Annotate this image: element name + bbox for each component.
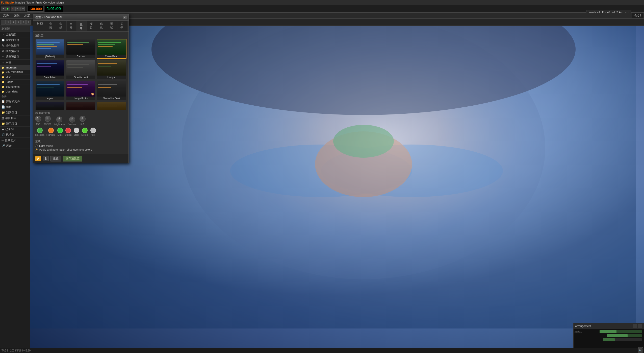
theme-cleanbean[interactable]: Clean Bean [97, 39, 126, 59]
sidebar-item-clipboard[interactable]: 📋 剪贴板文件 [0, 99, 30, 104]
arrangement-block3[interactable] [603, 338, 642, 341]
swatch-selection[interactable] [37, 128, 43, 133]
tab-debug[interactable]: 调试 [107, 21, 117, 31]
tool-btn-4[interactable]: ⊗ [16, 20, 21, 25]
tab-project[interactable]: 项目 [87, 21, 97, 31]
sidebar-item-audio-clips[interactable]: ✂ 音频切片 [0, 138, 30, 143]
voice-icon: 🎤 [2, 144, 5, 148]
sidebar-item-scores[interactable]: ♫ 乐谱 [0, 60, 30, 65]
sidebar-item-current-project[interactable]: ♪ 当前项目 [0, 32, 30, 37]
sidebar-item-recorded[interactable]: ⏺ 已录制 [0, 127, 30, 132]
play-button[interactable]: ▶ [6, 7, 10, 11]
theme-carbon[interactable]: Carbon [66, 39, 96, 59]
swatch-text[interactable] [90, 128, 96, 133]
swatch-steps[interactable] [74, 128, 79, 133]
radio-light-mode: Light mode [35, 144, 126, 147]
sidebar-item-label: Misc [6, 76, 11, 79]
arrangement-block2[interactable] [607, 334, 642, 337]
theme-more3[interactable]: ... [97, 102, 126, 110]
theme-default[interactable]: (Default) [35, 39, 65, 59]
preset-a-button[interactable]: A [35, 156, 41, 161]
radio-light-mode-label: Light mode [39, 144, 53, 147]
preview-bar [98, 84, 117, 85]
tab-file[interactable]: 文件 [67, 21, 77, 31]
tab-general[interactable]: 常规 [56, 21, 66, 31]
menu-file[interactable]: 文件 [1, 13, 11, 18]
theme-neutralizedark[interactable]: Neutralize Dark [97, 81, 126, 101]
tool-btn-3[interactable]: ⊕ [11, 20, 16, 25]
arrangement-zoom-out[interactable]: - [638, 324, 642, 328]
sidebar-item-voice[interactable]: 🎤 语音 [0, 143, 30, 149]
left-sidebar: 浏览器 ♪ 当前项目 🕐 最近的文件 🔌 插件数据库 ⚙ 插件预设值 ≡ 通道预… [0, 26, 30, 353]
knob-color[interactable] [34, 115, 42, 123]
plugin-presets-icon: ⚙ [2, 50, 5, 53]
sidebar-item-demo[interactable]: 📁 演示项目 [0, 121, 30, 127]
theme-more2[interactable]: ... [66, 102, 96, 110]
recent-files-icon: 🕐 [2, 39, 5, 42]
arrangement-block1[interactable] [600, 330, 642, 333]
menu-add[interactable]: 添加 [22, 13, 32, 18]
sidebar-item-kim-testing[interactable]: 📁 KIM TESTING [0, 70, 30, 75]
dialog-tabs: MIDI 音频 常规 文件 主题 项目 信息 调试 关于 [33, 21, 128, 32]
sidebar-item-label: 剪贴板文件 [6, 100, 20, 103]
bpm-display[interactable]: 130.000 [27, 6, 44, 12]
save-preset-button[interactable]: 保存预设值 [63, 156, 82, 161]
theme-grid: (Default) Carbon [35, 39, 126, 110]
knob-contrast[interactable] [69, 116, 75, 123]
dialog-close-button[interactable]: ✕ [123, 16, 126, 19]
title-bar: FL Studio Impulse files for Fruity Convo… [0, 0, 644, 5]
swatch-highlight[interactable] [48, 128, 54, 133]
tool-btn-6[interactable]: ⟳ [26, 20, 31, 25]
tab-midi[interactable]: MIDI [34, 21, 46, 31]
sidebar-item-my-projects[interactable]: 📁 我的项目 [0, 110, 30, 115]
sidebar-item-label: 演示项目 [6, 122, 17, 126]
sidebar-item-misc[interactable]: 📁 Misc [0, 75, 30, 80]
theme-darkprism[interactable]: Dark Prism [35, 60, 65, 80]
sidebar-item-soundfonts[interactable]: 📁 Soundfonts [0, 84, 30, 89]
sidebar-item-templates[interactable]: 📄 模板 [0, 104, 30, 110]
status-search-button[interactable]: 🔍 [638, 348, 642, 353]
knob-saturation[interactable] [44, 115, 51, 122]
tool-btn-2[interactable]: ✎ [6, 20, 11, 25]
stop-button[interactable]: ■ [1, 7, 6, 11]
tab-audio[interactable]: 音频 [46, 21, 56, 31]
sidebar-item-label: 当前项目 [6, 33, 17, 36]
theme-legend[interactable]: Legend [35, 81, 65, 101]
swatch-option[interactable] [65, 128, 71, 133]
preset-b-button[interactable]: B [43, 156, 49, 161]
record-button[interactable]: ● [11, 7, 15, 11]
song-button[interactable]: SONG [20, 7, 25, 11]
sidebar-item-label: 插件预设值 [6, 49, 19, 53]
tab-info[interactable]: 信息 [97, 21, 107, 31]
swatch-mute[interactable] [57, 128, 63, 133]
tab-about[interactable]: 关于 [117, 21, 127, 31]
sidebar-item-user-data[interactable]: 📁 User data [0, 89, 30, 94]
menu-edit[interactable]: 编辑 [12, 13, 22, 18]
sidebar-item-packs[interactable]: 📁 Packs [0, 80, 30, 84]
swatch-meters[interactable] [82, 128, 88, 133]
knob-brightness[interactable] [56, 116, 63, 123]
tab-theme[interactable]: 主题 [77, 21, 87, 31]
arrangement-zoom-in[interactable]: + [633, 324, 637, 328]
theme-more1[interactable]: ... [35, 102, 65, 110]
reset-button[interactable]: 重置 [50, 156, 61, 161]
sidebar-title: 浏览器 [2, 27, 10, 31]
theme-granite[interactable]: Granite Lo-fi [66, 60, 96, 80]
radio-light-mode-btn[interactable] [35, 145, 38, 147]
theme-scroll-area[interactable]: (Default) Carbon [35, 39, 126, 110]
sidebar-item-plugin-db[interactable]: 🔌 插件数据库 [0, 43, 30, 49]
sidebar-item-recent-files[interactable]: 🕐 最近的文件 [0, 37, 30, 43]
theme-hangar[interactable]: Hangar [97, 60, 126, 80]
sidebar-item-impulses[interactable]: 📁 Impulses [0, 65, 30, 70]
theme-preview-default [36, 39, 64, 55]
sidebar-item-plugin-presets[interactable]: ⚙ 插件预设值 [0, 49, 30, 54]
theme-loopyfruits[interactable]: 🎨 Loopy Fruits [66, 81, 96, 101]
knob-text[interactable] [79, 115, 86, 122]
tool-btn-1[interactable]: ↩ [1, 20, 6, 25]
sidebar-item-channel-presets[interactable]: ≡ 通道预设值 [0, 54, 30, 60]
sample-label[interactable]: 样式 1 [632, 13, 643, 18]
radio-note-colors-btn[interactable] [35, 148, 38, 151]
sidebar-item-rendered[interactable]: 🎵 已渲染 [0, 132, 30, 138]
sidebar-item-project-frame[interactable]: 🖼 项目框架 [0, 115, 30, 121]
tool-btn-5[interactable]: ⟲ [21, 20, 26, 25]
